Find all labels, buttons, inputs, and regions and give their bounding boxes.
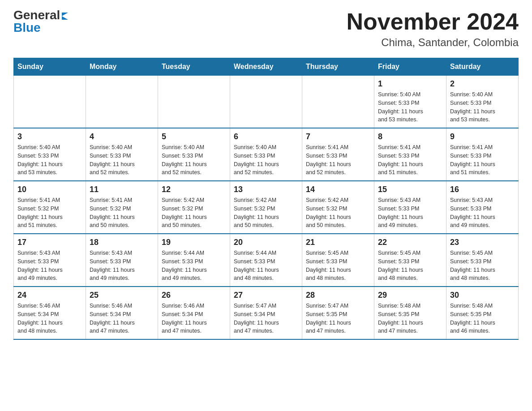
table-row: 23Sunrise: 5:45 AM Sunset: 5:33 PM Dayli…	[446, 234, 519, 287]
table-row: 20Sunrise: 5:44 AM Sunset: 5:33 PM Dayli…	[230, 234, 302, 287]
day-info: Sunrise: 5:45 AM Sunset: 5:33 PM Dayligh…	[378, 249, 442, 283]
table-row: 17Sunrise: 5:43 AM Sunset: 5:33 PM Dayli…	[14, 234, 86, 287]
day-number: 9	[450, 132, 515, 141]
day-number: 16	[450, 185, 515, 194]
logo-blue: Blue	[13, 21, 41, 34]
day-number: 4	[90, 132, 154, 141]
day-info: Sunrise: 5:44 AM Sunset: 5:33 PM Dayligh…	[234, 249, 298, 283]
table-row	[14, 76, 86, 128]
day-number: 14	[306, 185, 370, 194]
day-number: 28	[306, 291, 370, 300]
day-number: 8	[378, 132, 442, 141]
day-number: 3	[17, 132, 82, 141]
table-row: 1Sunrise: 5:40 AM Sunset: 5:33 PM Daylig…	[374, 76, 446, 128]
table-row	[230, 76, 302, 128]
table-row: 28Sunrise: 5:47 AM Sunset: 5:35 PM Dayli…	[302, 287, 374, 339]
day-number: 6	[234, 132, 298, 141]
day-info: Sunrise: 5:41 AM Sunset: 5:32 PM Dayligh…	[17, 196, 82, 230]
day-info: Sunrise: 5:43 AM Sunset: 5:33 PM Dayligh…	[17, 249, 82, 283]
weekday-header-row: Sunday Monday Tuesday Wednesday Thursday…	[14, 58, 519, 76]
calendar-week-row: 24Sunrise: 5:46 AM Sunset: 5:34 PM Dayli…	[14, 287, 519, 339]
table-row: 24Sunrise: 5:46 AM Sunset: 5:34 PM Dayli…	[14, 287, 86, 339]
day-info: Sunrise: 5:46 AM Sunset: 5:34 PM Dayligh…	[162, 302, 226, 335]
day-number: 29	[378, 291, 442, 300]
table-row: 25Sunrise: 5:46 AM Sunset: 5:34 PM Dayli…	[86, 287, 158, 339]
header-wednesday: Wednesday	[230, 58, 302, 76]
day-info: Sunrise: 5:41 AM Sunset: 5:32 PM Dayligh…	[90, 196, 154, 230]
table-row: 12Sunrise: 5:42 AM Sunset: 5:32 PM Dayli…	[158, 181, 230, 234]
page-header: General Blue November 2024 Chima, Santan…	[13, 9, 519, 49]
day-info: Sunrise: 5:40 AM Sunset: 5:33 PM Dayligh…	[378, 90, 442, 124]
day-number: 21	[306, 238, 370, 247]
table-row: 29Sunrise: 5:48 AM Sunset: 5:35 PM Dayli…	[374, 287, 446, 339]
table-row: 2Sunrise: 5:40 AM Sunset: 5:33 PM Daylig…	[446, 76, 519, 128]
table-row: 22Sunrise: 5:45 AM Sunset: 5:33 PM Dayli…	[374, 234, 446, 287]
table-row: 21Sunrise: 5:45 AM Sunset: 5:33 PM Dayli…	[302, 234, 374, 287]
day-number: 12	[162, 185, 226, 194]
header-thursday: Thursday	[302, 58, 374, 76]
calendar-subtitle: Chima, Santander, Colombia	[347, 36, 519, 49]
day-info: Sunrise: 5:44 AM Sunset: 5:33 PM Dayligh…	[162, 249, 226, 283]
table-row: 19Sunrise: 5:44 AM Sunset: 5:33 PM Dayli…	[158, 234, 230, 287]
day-number: 20	[234, 238, 298, 247]
day-number: 1	[378, 79, 442, 89]
table-row: 30Sunrise: 5:48 AM Sunset: 5:35 PM Dayli…	[446, 287, 519, 339]
day-number: 17	[17, 238, 82, 247]
day-number: 19	[162, 238, 226, 247]
day-number: 25	[90, 291, 154, 300]
header-tuesday: Tuesday	[158, 58, 230, 76]
day-info: Sunrise: 5:45 AM Sunset: 5:33 PM Dayligh…	[450, 249, 515, 283]
table-row: 7Sunrise: 5:41 AM Sunset: 5:33 PM Daylig…	[302, 128, 374, 181]
day-number: 7	[306, 132, 370, 141]
day-number: 10	[17, 185, 82, 194]
day-number: 2	[450, 79, 515, 89]
day-info: Sunrise: 5:40 AM Sunset: 5:33 PM Dayligh…	[17, 143, 82, 177]
day-info: Sunrise: 5:48 AM Sunset: 5:35 PM Dayligh…	[378, 302, 442, 335]
day-info: Sunrise: 5:40 AM Sunset: 5:33 PM Dayligh…	[234, 143, 298, 177]
day-info: Sunrise: 5:40 AM Sunset: 5:33 PM Dayligh…	[450, 90, 515, 124]
calendar-title: November 2024	[347, 9, 519, 34]
day-info: Sunrise: 5:46 AM Sunset: 5:34 PM Dayligh…	[17, 302, 82, 335]
table-row: 26Sunrise: 5:46 AM Sunset: 5:34 PM Dayli…	[158, 287, 230, 339]
day-info: Sunrise: 5:43 AM Sunset: 5:33 PM Dayligh…	[90, 249, 154, 283]
table-row	[158, 76, 230, 128]
table-row: 10Sunrise: 5:41 AM Sunset: 5:32 PM Dayli…	[14, 181, 86, 234]
table-row: 9Sunrise: 5:41 AM Sunset: 5:33 PM Daylig…	[446, 128, 519, 181]
calendar-week-row: 3Sunrise: 5:40 AM Sunset: 5:33 PM Daylig…	[14, 128, 519, 181]
calendar-week-row: 10Sunrise: 5:41 AM Sunset: 5:32 PM Dayli…	[14, 181, 519, 234]
day-number: 11	[90, 185, 154, 194]
day-number: 15	[378, 185, 442, 194]
table-row: 5Sunrise: 5:40 AM Sunset: 5:33 PM Daylig…	[158, 128, 230, 181]
day-info: Sunrise: 5:42 AM Sunset: 5:32 PM Dayligh…	[306, 196, 370, 230]
day-info: Sunrise: 5:41 AM Sunset: 5:33 PM Dayligh…	[450, 143, 515, 177]
day-number: 13	[234, 185, 298, 194]
day-info: Sunrise: 5:47 AM Sunset: 5:34 PM Dayligh…	[234, 302, 298, 335]
header-saturday: Saturday	[446, 58, 519, 76]
table-row: 27Sunrise: 5:47 AM Sunset: 5:34 PM Dayli…	[230, 287, 302, 339]
day-info: Sunrise: 5:45 AM Sunset: 5:33 PM Dayligh…	[306, 249, 370, 283]
table-row: 8Sunrise: 5:41 AM Sunset: 5:33 PM Daylig…	[374, 128, 446, 181]
table-row: 18Sunrise: 5:43 AM Sunset: 5:33 PM Dayli…	[86, 234, 158, 287]
day-number: 5	[162, 132, 226, 141]
day-number: 22	[378, 238, 442, 247]
day-number: 23	[450, 238, 515, 247]
day-number: 24	[17, 291, 82, 300]
day-info: Sunrise: 5:46 AM Sunset: 5:34 PM Dayligh…	[90, 302, 154, 335]
day-info: Sunrise: 5:43 AM Sunset: 5:33 PM Dayligh…	[450, 196, 515, 230]
calendar-week-row: 17Sunrise: 5:43 AM Sunset: 5:33 PM Dayli…	[14, 234, 519, 287]
calendar-table: Sunday Monday Tuesday Wednesday Thursday…	[13, 58, 519, 340]
table-row: 14Sunrise: 5:42 AM Sunset: 5:32 PM Dayli…	[302, 181, 374, 234]
day-info: Sunrise: 5:47 AM Sunset: 5:35 PM Dayligh…	[306, 302, 370, 335]
day-info: Sunrise: 5:42 AM Sunset: 5:32 PM Dayligh…	[162, 196, 226, 230]
table-row: 11Sunrise: 5:41 AM Sunset: 5:32 PM Dayli…	[86, 181, 158, 234]
table-row: 3Sunrise: 5:40 AM Sunset: 5:33 PM Daylig…	[14, 128, 86, 181]
day-info: Sunrise: 5:48 AM Sunset: 5:35 PM Dayligh…	[450, 302, 515, 335]
logo-general: General	[13, 9, 60, 21]
header-monday: Monday	[86, 58, 158, 76]
calendar-week-row: 1Sunrise: 5:40 AM Sunset: 5:33 PM Daylig…	[14, 76, 519, 128]
day-info: Sunrise: 5:40 AM Sunset: 5:33 PM Dayligh…	[162, 143, 226, 177]
day-info: Sunrise: 5:40 AM Sunset: 5:33 PM Dayligh…	[90, 143, 154, 177]
day-number: 30	[450, 291, 515, 300]
day-info: Sunrise: 5:43 AM Sunset: 5:33 PM Dayligh…	[378, 196, 442, 230]
day-number: 26	[162, 291, 226, 300]
